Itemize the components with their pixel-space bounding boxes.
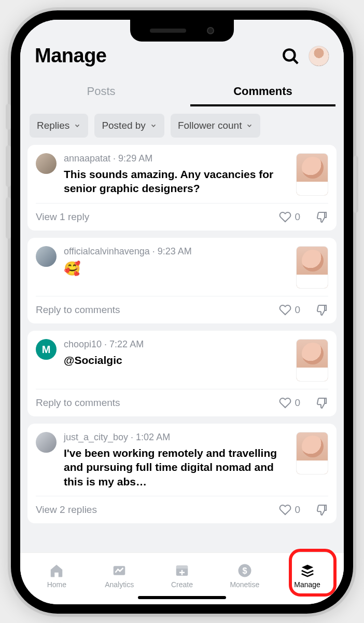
manage-icon <box>300 563 315 578</box>
thumbs-down-icon[interactable] <box>316 397 328 409</box>
tabbar-home[interactable]: Home <box>25 563 88 589</box>
comment-meta: annaapatat · 9:29 AM <box>64 153 289 164</box>
filter-replies[interactable]: Replies <box>30 114 88 138</box>
comment-text: 🥰 <box>64 260 289 278</box>
tabbar-analytics[interactable]: Analytics <box>88 563 151 589</box>
chevron-down-icon <box>246 122 253 129</box>
page-title: Manage <box>35 45 106 67</box>
filter-row: Replies Posted by Follower count <box>20 106 344 145</box>
commenter-avatar[interactable] <box>36 153 57 174</box>
tabs: Posts Comments <box>20 77 344 106</box>
comment-card[interactable]: officialcalvinhavenga · 9:23 AM 🥰 Grwm: … <box>27 238 337 323</box>
reply-link[interactable]: Reply to comments <box>36 397 120 409</box>
search-icon[interactable] <box>282 47 299 65</box>
chevron-down-icon <box>74 122 81 129</box>
tab-comments[interactable]: Comments <box>182 77 344 106</box>
post-thumbnail[interactable]: Grwm: How i got my dream remote job from… <box>296 432 328 475</box>
commenter-avatar[interactable] <box>36 432 57 453</box>
monetise-icon: $ <box>237 563 253 578</box>
comments-feed[interactable]: annaapatat · 9:29 AM This sounds amazing… <box>20 145 344 552</box>
thumbs-down-icon[interactable] <box>316 504 328 516</box>
filter-posted-by-label: Posted by <box>102 120 146 131</box>
comment-text: @Socialgic <box>64 353 289 367</box>
tab-posts[interactable]: Posts <box>20 77 182 106</box>
reply-link[interactable]: View 2 replies <box>36 504 97 516</box>
comment-meta: just_a_city_boy · 1:02 AM <box>64 432 289 443</box>
heart-icon <box>279 504 291 516</box>
heart-icon <box>279 397 291 409</box>
commenter-avatar[interactable] <box>36 246 57 267</box>
commenter-avatar[interactable]: M <box>36 339 57 360</box>
create-icon <box>174 563 190 578</box>
like-button[interactable]: 0 <box>279 397 300 409</box>
home-indicator[interactable] <box>138 596 226 599</box>
comment-text: I've been working remotely and travellin… <box>64 446 289 489</box>
filter-follower-count[interactable]: Follower count <box>171 114 261 138</box>
post-thumbnail[interactable]: Grwm: How i got my dream remote job from… <box>296 246 328 289</box>
comment-text: This sounds amazing. Any vacancies for s… <box>64 167 289 196</box>
filter-follower-count-label: Follower count <box>178 120 242 131</box>
comment-meta: officialcalvinhavenga · 9:23 AM <box>64 246 289 257</box>
svg-line-1 <box>293 59 298 63</box>
analytics-icon <box>111 563 127 578</box>
comment-meta: choopi10 · 7:22 AM <box>64 339 289 350</box>
post-thumbnail[interactable]: Grwm: How i got my dream remote job from… <box>296 339 328 382</box>
filter-replies-label: Replies <box>37 120 69 131</box>
svg-rect-4 <box>176 565 188 568</box>
like-button[interactable]: 0 <box>279 504 300 516</box>
profile-avatar[interactable] <box>309 46 329 66</box>
chevron-down-icon <box>150 122 157 129</box>
like-count: 0 <box>295 304 300 316</box>
like-button[interactable]: 0 <box>279 211 300 223</box>
like-count: 0 <box>295 397 300 409</box>
thumbs-down-icon[interactable] <box>316 211 328 223</box>
thumbs-down-icon[interactable] <box>316 304 328 316</box>
reply-link[interactable]: View 1 reply <box>36 211 89 223</box>
like-count: 0 <box>295 504 300 516</box>
svg-text:$: $ <box>242 566 247 575</box>
comment-card[interactable]: annaapatat · 9:29 AM This sounds amazing… <box>27 145 337 231</box>
like-button[interactable]: 0 <box>279 304 300 316</box>
like-count: 0 <box>295 211 300 223</box>
comment-card[interactable]: M choopi10 · 7:22 AM @Socialgic Grwm: Ho… <box>27 331 337 416</box>
svg-point-0 <box>284 49 295 60</box>
post-thumbnail[interactable]: Grwm: How i got my dream remote job from… <box>296 153 328 196</box>
tabbar-create[interactable]: Create <box>151 563 214 589</box>
filter-posted-by[interactable]: Posted by <box>94 114 164 138</box>
tabbar-monetise[interactable]: $ Monetise <box>213 563 276 589</box>
heart-icon <box>279 304 291 316</box>
reply-link[interactable]: Reply to comments <box>36 304 120 316</box>
tabbar-manage[interactable]: Manage <box>276 563 339 589</box>
home-icon <box>49 563 64 578</box>
heart-icon <box>279 211 291 223</box>
comment-card[interactable]: just_a_city_boy · 1:02 AM I've been work… <box>27 424 337 523</box>
